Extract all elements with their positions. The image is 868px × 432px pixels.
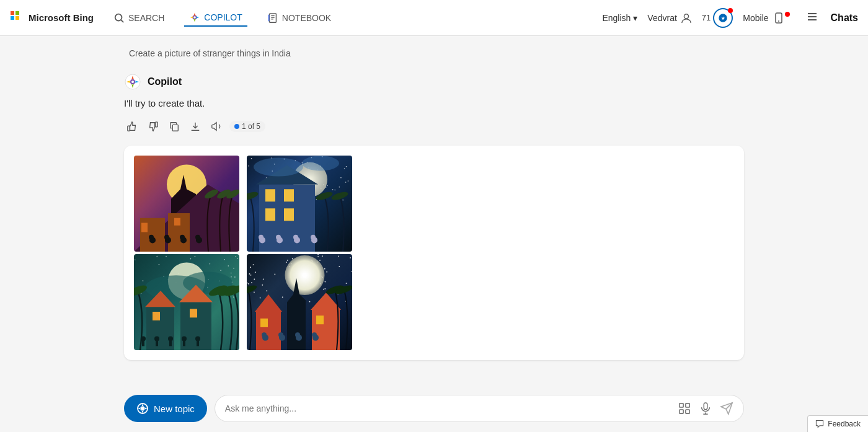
copy-button[interactable] [166,118,182,134]
nav-search[interactable]: SEARCH [108,10,169,26]
svg-rect-31 [686,403,689,407]
feedback-label: Feedback [828,420,861,428]
user-prompt: Create a picture of stranger things in I… [124,48,744,58]
nav-copilot[interactable]: COPILOT [184,9,247,27]
mobile-notification-dot [785,12,790,17]
chat-input-container [215,395,744,422]
svg-point-13 [684,14,688,18]
image-grid [134,156,357,350]
bing-logo-text: Microsoft Bing [29,12,94,23]
svg-text:★: ★ [721,15,725,20]
user-section[interactable]: Vedvrat [647,12,691,24]
action-bar: 1 of 5 [124,118,744,134]
search-nav-label: SEARCH [128,13,164,23]
hamburger-menu[interactable] [804,8,821,28]
notebook-nav-label: NOTEBOOK [282,13,331,23]
chats-button[interactable]: Chats [831,12,858,24]
bing-logo-icon [10,11,25,25]
svg-rect-25 [156,122,158,127]
generated-image-2[interactable] [247,156,352,252]
copilot-logo-icon [124,73,141,90]
svg-rect-26 [172,125,178,131]
copilot-header: Copilot [124,73,744,90]
svg-rect-12 [268,14,270,21]
svg-rect-8 [269,13,276,22]
search-nav-icon [113,12,125,24]
svg-point-23 [131,81,134,83]
reward-notification-dot [728,8,733,13]
chevron-down-icon: ▾ [633,13,637,23]
language-label: English [602,13,631,23]
generated-image-4[interactable] [247,254,352,350]
copilot-name: Copilot [148,76,182,87]
reward-icon: ★ [718,13,728,23]
svg-rect-32 [680,410,683,413]
input-icons [678,402,733,415]
svg-line-5 [121,20,123,22]
header-left: Microsoft Bing SEARCH COPILOT [10,9,336,27]
reward-badge[interactable]: 71 ★ [702,8,733,28]
generated-image-3[interactable] [134,254,239,350]
image-search-icon[interactable] [678,402,691,415]
bottom-bar: New topic [0,387,868,432]
mobile-label: Mobile [743,13,768,23]
svg-point-17 [778,20,779,22]
copilot-nav-icon [189,12,200,23]
menu-icon [806,11,818,23]
feedback-icon [815,420,824,428]
svg-rect-34 [704,403,707,410]
user-name: Vedvrat [647,13,676,23]
header: Microsoft Bing SEARCH COPILOT [0,0,868,36]
copilot-response-text: I'll try to create that. [124,98,744,108]
svg-rect-1 [16,11,19,15]
new-topic-icon [136,402,149,415]
chat-input[interactable] [225,403,673,413]
user-icon [681,12,692,24]
reward-circle: ★ [713,8,733,28]
image-grid-container [124,146,744,360]
mobile-icon [773,12,785,24]
thumbs-down-button[interactable] [145,118,161,134]
copilot-nav-label: COPILOT [204,12,242,22]
send-icon[interactable] [720,402,733,415]
counter-dot [234,124,239,129]
svg-point-29 [141,407,144,410]
speaker-button[interactable] [208,118,224,134]
reward-score: 71 [702,13,711,22]
svg-rect-3 [16,16,19,20]
svg-rect-30 [680,403,683,407]
mobile-button[interactable]: Mobile [743,12,793,24]
bing-logo[interactable]: Microsoft Bing [10,11,94,25]
new-topic-label: New topic [154,403,195,414]
feedback-button[interactable]: Feedback [807,415,868,432]
svg-rect-33 [686,410,689,413]
svg-rect-0 [11,11,14,15]
svg-point-7 [194,16,197,19]
microphone-icon[interactable] [699,402,712,415]
download-button[interactable] [187,118,203,134]
copilot-response: Copilot I'll try to create that. [124,73,744,360]
image-counter: 1 of 5 [229,121,265,132]
language-selector[interactable]: English ▾ [602,13,637,23]
counter-label: 1 of 5 [242,122,260,131]
svg-point-4 [115,14,122,20]
new-topic-button[interactable]: New topic [124,395,207,422]
svg-rect-2 [11,16,14,20]
notebook-nav-icon [267,12,278,24]
generated-image-1[interactable] [134,156,239,252]
nav-notebook[interactable]: NOTEBOOK [262,10,336,26]
header-right: English ▾ Vedvrat 71 ★ Mobile [602,8,858,28]
svg-rect-24 [128,126,130,131]
main-content: Create a picture of stranger things in I… [0,36,868,432]
thumbs-up-button[interactable] [124,118,140,134]
